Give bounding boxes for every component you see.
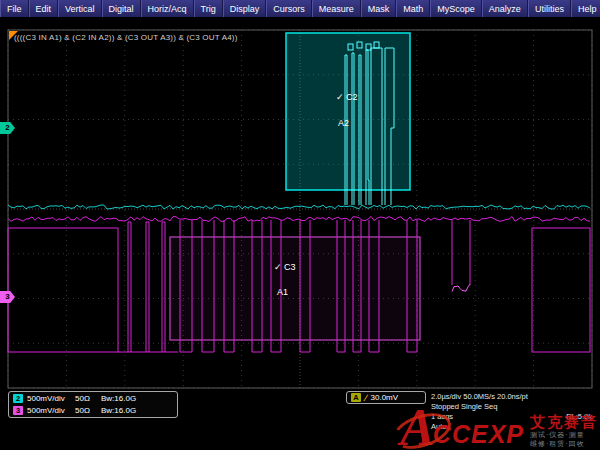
menu-item-trig[interactable]: Trig (194, 0, 223, 17)
channel3-bandwidth: Bw:16.0G (101, 406, 173, 415)
menu-item-math[interactable]: Math (396, 0, 430, 17)
channel2-termination: 50Ω (75, 394, 101, 403)
channel2-readout-row: 2 500mV/div 50Ω Bw:16.0G (13, 394, 173, 403)
menu-item-analyze[interactable]: Analyze (482, 0, 528, 17)
menu-item-myscope[interactable]: MyScope (430, 0, 482, 17)
menu-item-mask[interactable]: Mask (361, 0, 397, 17)
watermark-subtitle-1: 测试·仪器·测量 (530, 430, 598, 439)
zoom-a1-area-label: A1 (277, 287, 288, 297)
menu-item-cursors[interactable]: Cursors (266, 0, 312, 17)
menu-item-vertical[interactable]: Vertical (58, 0, 102, 17)
trace-c2 (8, 205, 590, 209)
trigger-level-marker[interactable] (9, 31, 18, 40)
channel3-readout-row: 3 500mV/div 50Ω Bw:16.0G (13, 406, 173, 415)
math-expression-label: ((((C3 IN A1) & (C2 IN A2)) & (C3 OUT A3… (14, 33, 238, 42)
channel2-bandwidth: Bw:16.0G (101, 394, 173, 403)
menu-item-display[interactable]: Display (223, 0, 267, 17)
channel2-scale: 500mV/div (27, 394, 75, 403)
trace-c3-glitch (452, 284, 470, 291)
channel3-scale: 500mV/div (27, 406, 75, 415)
menu-item-measure[interactable]: Measure (312, 0, 361, 17)
zoom-a2-area-label: A2 (338, 118, 349, 128)
accexp-watermark: A CCEXP 艾克赛普 测试·仪器·测量 维修·租赁·回收 (400, 407, 598, 449)
watermark-subtitle-2: 维修·租赁·回收 (530, 439, 598, 448)
trigger-slope-icon: ∕ (365, 393, 367, 403)
channel-readout-box: 2 500mV/div 50Ω Bw:16.0G 3 500mV/div 50Ω… (8, 391, 178, 418)
trigger-level-value: 30.0mV (371, 393, 399, 402)
watermark-logo-a: A (400, 407, 435, 449)
zoom-a1-channel-label: ✓ C3 (274, 262, 296, 272)
zoom-a2-channel-label: ✓ C2 (336, 92, 358, 102)
channel3-termination: 50Ω (75, 406, 101, 415)
menu-item-edit[interactable]: Edit (29, 0, 59, 17)
timebase-readout: 2.0µs/div 50.0MS/s 20.0ns/pt (431, 392, 528, 402)
menu-item-file[interactable]: File (0, 0, 29, 17)
trace-c3 (8, 217, 590, 222)
menu-item-digital[interactable]: Digital (102, 0, 141, 17)
watermark-chinese-name: 艾克赛普 (530, 413, 598, 430)
channel2-badge: 2 (13, 394, 23, 403)
menu-item-help[interactable]: Help (571, 0, 600, 17)
channel3-badge: 3 (13, 406, 23, 415)
menu-item-utilities[interactable]: Utilities (528, 0, 571, 17)
menu-item-horiz-acq[interactable]: Horiz/Acq (141, 0, 194, 17)
menu-bar: FileEditVerticalDigitalHoriz/AcqTrigDisp… (0, 0, 600, 17)
trigger-a-badge: A (351, 393, 361, 402)
zoom-region-a1[interactable] (170, 237, 420, 340)
waveform-display (0, 0, 600, 450)
watermark-text-block: 艾克赛普 测试·仪器·测量 维修·租赁·回收 (530, 413, 598, 448)
